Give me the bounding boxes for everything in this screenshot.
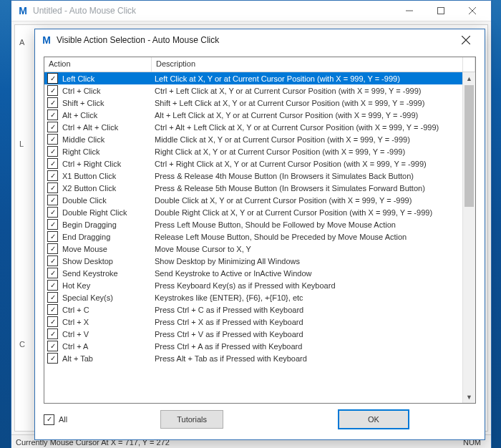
action-name: Middle Click [62,135,104,144]
action-description: Press & Release 5th Mouse Button (In Bro… [152,184,462,193]
action-name: Shift + Click [62,99,104,107]
app-icon: M [41,34,52,46]
list-item[interactable]: ✓Hot KeyPress Keyboard Key(s) as if Pres… [44,279,462,291]
list-item[interactable]: ✓Double Right ClickDouble Right Click at… [44,206,462,218]
checkbox-icon[interactable]: ✓ [47,268,58,278]
list-item[interactable]: ✓Show DesktopShow Desktop by Minimizing … [44,255,462,267]
action-name: Right Click [62,147,100,156]
close-icon[interactable] [450,31,482,49]
checkbox-icon[interactable]: ✓ [47,182,58,193]
action-description: Press Alt + Tab as if Pressed with Keybo… [152,354,462,363]
action-description: Alt + Left Click at X, Y or at Current C… [152,111,462,120]
list-item[interactable]: ✓Begin DraggingPress Left Mouse Button, … [44,218,462,230]
checkbox-icon[interactable]: ✓ [47,328,58,339]
list-item[interactable]: ✓Middle ClickMiddle Click at X, Y or at … [44,133,462,145]
list-item[interactable]: ✓Special Key(s)Keystrokes like {ENTER}, … [44,291,462,303]
list-item[interactable]: ✓Double ClickDouble Click at X, Y or at … [44,194,462,206]
action-description: Ctrl + Right Click at X, Y or at Current… [152,160,462,168]
checkbox-icon[interactable]: ✓ [47,280,58,291]
close-button[interactable] [457,1,488,20]
tutorials-label: Tutorials [177,415,207,424]
scrollbar-thumb[interactable] [464,85,474,207]
checkbox-icon[interactable]: ✓ [47,353,58,364]
action-description: Right Click at X, Y or at Current Cursor… [152,147,462,156]
maximize-button[interactable] [425,1,457,20]
list-item[interactable]: ✓Ctrl + CPress Ctrl + C as if Pressed wi… [44,303,462,316]
action-description: Ctrl + Left Click at X, Y or at Current … [152,87,462,95]
list-item[interactable]: ✓Move MouseMove Mouse Cursor to X, Y [44,243,462,255]
action-name: Special Key(s) [62,293,113,302]
checkbox-icon[interactable]: ✓ [47,231,58,242]
list-item[interactable]: ✓Alt + ClickAlt + Left Click at X, Y or … [44,109,462,121]
checkbox-icon[interactable]: ✓ [47,73,58,84]
action-name: Move Mouse [62,245,107,253]
scroll-down-icon[interactable]: ▼ [463,391,475,403]
checkbox-icon[interactable]: ✓ [47,207,58,218]
list-item[interactable]: ✓Left ClickLeft Click at X, Y or at Curr… [44,72,462,84]
list-item[interactable]: ✓Ctrl + VPress Ctrl + V as if Pressed wi… [44,328,462,340]
col-header-description[interactable]: Description [152,57,463,72]
list-item[interactable]: ✓X2 Button ClickPress & Release 5th Mous… [44,182,462,194]
list-item[interactable]: ✓Alt + TabPress Alt + Tab as if Pressed … [44,352,462,364]
list-item[interactable]: ✓Send KeystrokeSend Keystroke to Active … [44,267,462,279]
all-label: All [59,415,67,424]
scroll-up-icon[interactable]: ▲ [463,72,475,84]
action-description: Double Right Click at X, Y or at Current… [152,208,462,217]
action-description: Ctrl + Alt + Left Click at X, Y or at Cu… [152,123,462,132]
list-header[interactable]: Action Description [44,57,475,72]
scrollbar[interactable]: ▲ ▼ [462,72,475,403]
actions-list[interactable]: Action Description ✓Left ClickLeft Click… [44,57,476,404]
checkbox-icon[interactable]: ✓ [47,122,58,132]
list-item[interactable]: ✓Ctrl + Alt + ClickCtrl + Alt + Left Cli… [44,121,462,133]
list-item[interactable]: ✓X1 Button ClickPress & Release 4th Mous… [44,170,462,182]
checkbox-icon[interactable]: ✓ [47,158,58,169]
main-titlebar[interactable]: M Untitled - Auto Mouse Click [11,1,491,21]
col-header-action[interactable]: Action [44,57,152,72]
main-window-title: Untitled - Auto Mouse Click [33,6,394,16]
action-name: Ctrl + C [62,306,89,314]
action-description: Press Ctrl + C as if Pressed with Keyboa… [152,306,462,314]
checkbox-icon[interactable]: ✓ [47,304,58,315]
checkbox-icon[interactable]: ✓ [47,170,58,181]
action-description: Middle Click at X, Y or at Current Curso… [152,135,462,144]
list-item[interactable]: ✓Ctrl + Right ClickCtrl + Right Click at… [44,157,462,170]
tutorials-button[interactable]: Tutorials [160,410,223,429]
action-description: Press Ctrl + V as if Pressed with Keyboa… [152,330,462,339]
list-item[interactable]: ✓Ctrl + XPress Ctrl + X as if Pressed wi… [44,316,462,328]
checkbox-icon[interactable]: ✓ [47,134,58,145]
minimize-button[interactable] [394,1,425,20]
list-item[interactable]: ✓Ctrl + APress Ctrl + A as if Pressed wi… [44,340,462,352]
checkbox-icon[interactable]: ✓ [47,219,58,230]
checkbox-icon[interactable]: ✓ [47,316,58,327]
dialog-titlebar[interactable]: M Visible Action Selection - Auto Mouse … [35,29,485,51]
list-item[interactable]: ✓Right ClickRight Click at X, Y or at Cu… [44,145,462,157]
checkbox-icon[interactable]: ✓ [47,146,58,157]
checkbox-icon[interactable]: ✓ [47,97,58,108]
action-description: Show Desktop by Minimizing All Windows [152,257,462,266]
checkbox-icon[interactable]: ✓ [47,195,58,205]
app-icon: M [17,5,29,16]
checkbox-icon[interactable]: ✓ [47,255,58,266]
action-description: Press Ctrl + A as if Pressed with Keyboa… [152,342,462,351]
checkbox-icon[interactable]: ✓ [47,341,58,351]
all-checkbox[interactable]: ✓ All [44,414,67,425]
list-item[interactable]: ✓Ctrl + ClickCtrl + Left Click at X, Y o… [44,84,462,97]
ok-button[interactable]: OK [338,409,409,429]
action-name: End Dragging [62,233,110,241]
svg-rect-0 [438,8,444,14]
checkbox-icon[interactable]: ✓ [47,85,58,96]
action-name: X1 Button Click [62,172,116,180]
action-name: X2 Button Click [62,184,116,193]
action-name: Begin Dragging [62,220,117,229]
checkbox-icon[interactable]: ✓ [47,292,58,303]
col-header-scroll [463,57,475,72]
action-name: Hot Key [62,281,90,290]
list-item[interactable]: ✓End DraggingRelease Left Mouse Button, … [44,230,462,243]
checkbox-icon[interactable]: ✓ [47,243,58,254]
action-name: Ctrl + X [62,318,89,326]
action-name: Double Right Click [62,208,127,217]
checkbox-icon[interactable]: ✓ [47,109,58,120]
list-item[interactable]: ✓Shift + ClickShift + Left Click at X, Y… [44,97,462,109]
action-description: Send Keystroke to Active or InActive Win… [152,269,462,278]
action-description: Press Left Mouse Button, Should be Follo… [152,220,462,229]
